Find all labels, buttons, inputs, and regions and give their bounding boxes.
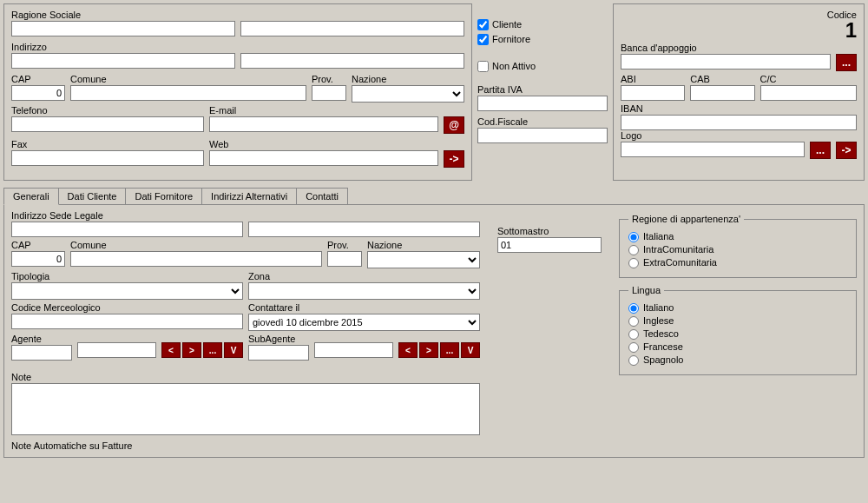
agente-v-button[interactable]: V	[224, 342, 243, 358]
cliente-checkbox[interactable]	[477, 19, 489, 30]
indirizzo-sede-1-input[interactable]	[11, 222, 243, 237]
web-input[interactable]	[209, 150, 438, 166]
top-section: Ragione Sociale Indirizzo	[0, 0, 868, 184]
cab-input[interactable]	[690, 85, 754, 101]
lingua-inglese-radio[interactable]	[628, 316, 639, 327]
subagente-next-button[interactable]: >	[419, 342, 438, 358]
prov-input[interactable]	[312, 85, 346, 101]
tab-generali[interactable]: Generali	[3, 188, 59, 205]
banca-browse-button[interactable]: ...	[836, 54, 857, 71]
regione-extra-radio[interactable]	[628, 258, 639, 268]
agente-browse-button[interactable]: ...	[203, 342, 222, 358]
fornitore-checkbox[interactable]	[477, 34, 489, 45]
gen-cap-input[interactable]	[11, 251, 65, 267]
partita-iva-input[interactable]	[477, 96, 608, 111]
logo-input[interactable]	[621, 142, 805, 157]
tipologia-select[interactable]	[11, 282, 243, 300]
gen-comune-label: Comune	[70, 240, 322, 250]
non-attivo-check-row: Non Attivo	[477, 61, 608, 72]
tab-dati-cliente[interactable]: Dati Cliente	[58, 188, 127, 204]
comune-input[interactable]	[70, 85, 306, 101]
regione-legend: Regione di appartenenza'	[628, 214, 744, 224]
logo-browse-button[interactable]: ...	[810, 142, 831, 159]
cap-input[interactable]	[11, 85, 65, 101]
sottomastro-input[interactable]	[497, 237, 602, 253]
subagente-prev-button[interactable]: <	[398, 342, 418, 358]
indirizzo-sede-label: Indirizzo Sede Legale	[11, 210, 480, 221]
cc-input[interactable]	[760, 85, 857, 101]
banca-label: Banca d'appoggio	[621, 43, 857, 53]
fornitore-check-row: Fornitore	[477, 34, 608, 45]
gen-nazione-select[interactable]	[367, 251, 480, 268]
telefono-input[interactable]	[11, 116, 204, 132]
comune-label: Comune	[70, 74, 306, 84]
lingua-italiano-radio[interactable]	[628, 303, 639, 314]
gen-comune-input[interactable]	[70, 251, 322, 267]
ragione-sociale-label: Ragione Sociale	[11, 10, 464, 20]
abi-input[interactable]	[621, 85, 685, 101]
indirizzo-sede-2-input[interactable]	[248, 222, 480, 237]
cod-fiscale-input[interactable]	[477, 128, 608, 143]
lingua-legend: Lingua	[628, 285, 664, 295]
ragione-sociale-2-input[interactable]	[240, 21, 464, 36]
flags-group: Cliente Fornitore Non Attivo Partita IVA…	[477, 3, 608, 181]
subagente-code-input[interactable]	[248, 345, 309, 361]
fax-input[interactable]	[11, 150, 204, 166]
regione-italiana-radio[interactable]	[628, 232, 639, 242]
logo-label: Logo	[621, 130, 857, 141]
tab-contatti[interactable]: Contatti	[296, 188, 348, 204]
subagente-browse-button[interactable]: ...	[440, 342, 459, 358]
cod-fiscale-label: Cod.Fiscale	[477, 116, 608, 127]
fax-label: Fax	[11, 139, 204, 149]
codice-merc-input[interactable]	[11, 314, 243, 329]
indirizzo-1-input[interactable]	[11, 53, 235, 69]
lingua-spagnolo-radio[interactable]	[628, 355, 639, 366]
tab-indirizzi-alternativi[interactable]: Indirizzi Alternativi	[201, 188, 297, 204]
lingua-francese-radio[interactable]	[628, 342, 639, 353]
subagente-label: SubAgente	[248, 334, 309, 344]
gen-prov-label: Prov.	[327, 240, 362, 250]
contattare-select[interactable]: giovedì 10 dicembre 2015	[248, 314, 480, 331]
contattare-label: Contattare il	[248, 302, 480, 313]
subagente-v-button[interactable]: V	[461, 342, 480, 358]
regione-fieldset: Regione di appartenenza' Italiana IntraC…	[619, 214, 857, 278]
gen-prov-input[interactable]	[327, 251, 362, 267]
agente-next-button[interactable]: >	[182, 342, 201, 358]
codice-value: 1	[621, 18, 857, 43]
tab-dati-fornitore[interactable]: Dati Fornitore	[125, 188, 202, 204]
note-textarea[interactable]	[11, 383, 480, 435]
cliente-check-row: Cliente	[477, 19, 608, 30]
zona-select[interactable]	[248, 282, 480, 300]
agente-prev-button[interactable]: <	[161, 342, 181, 358]
indirizzo-2-input[interactable]	[240, 53, 464, 69]
non-attivo-checkbox[interactable]	[477, 61, 489, 72]
indirizzo-label: Indirizzo	[11, 42, 464, 52]
lingua-tedesco-radio[interactable]	[628, 329, 639, 340]
iban-input[interactable]	[621, 115, 857, 130]
email-input[interactable]	[209, 116, 438, 132]
nazione-select[interactable]	[352, 85, 464, 103]
partita-iva-label: Partita IVA	[477, 84, 608, 95]
agente-name-input[interactable]	[77, 342, 156, 358]
lingua-fieldset: Lingua Italiano Inglese Tedesco Francese…	[619, 285, 857, 375]
subagente-name-input[interactable]	[314, 342, 393, 358]
lingua-spagnolo-label: Spagnolo	[643, 354, 684, 365]
agente-code-input[interactable]	[11, 345, 72, 361]
iban-label: IBAN	[621, 103, 857, 114]
lingua-francese-label: Francese	[643, 341, 683, 352]
banca-input[interactable]	[621, 54, 831, 69]
generali-left: Indirizzo Sede Legale CAP Comune Prov.	[11, 210, 480, 452]
logo-go-button[interactable]: ->	[836, 142, 857, 159]
web-go-button[interactable]: ->	[444, 150, 464, 168]
generali-right: Regione di appartenenza' Italiana IntraC…	[619, 210, 857, 452]
sottomastro-label: Sottomastro	[497, 226, 602, 236]
lingua-tedesco-label: Tedesco	[643, 328, 679, 339]
regione-intra-radio[interactable]	[628, 245, 639, 255]
regione-extra-label: ExtraComunitaria	[643, 257, 717, 268]
codice-merc-label: Codice Merceologico	[11, 302, 243, 313]
lingua-inglese-label: Inglese	[643, 315, 674, 326]
telefono-label: Telefono	[11, 105, 204, 116]
email-at-button[interactable]: @	[444, 116, 464, 134]
ragione-sociale-1-input[interactable]	[11, 21, 235, 36]
web-label: Web	[209, 139, 464, 149]
